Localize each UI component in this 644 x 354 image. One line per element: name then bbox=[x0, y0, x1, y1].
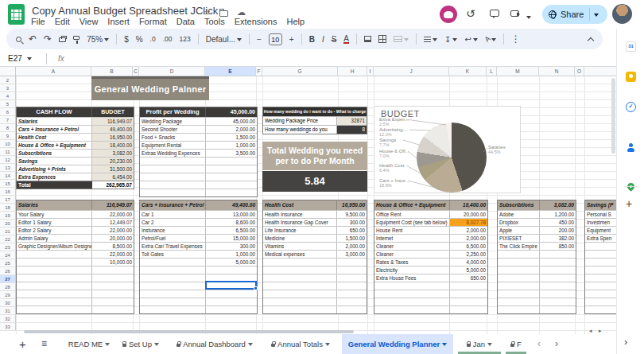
cell[interactable]: House Rent bbox=[374, 227, 450, 234]
tab-menu-caret[interactable] bbox=[487, 343, 492, 348]
cell[interactable] bbox=[540, 290, 576, 298]
cell[interactable]: Electricity bbox=[374, 266, 450, 274]
row-header-13[interactable]: 13 bbox=[0, 164, 16, 172]
cell[interactable]: 49,400.00 bbox=[92, 126, 134, 133]
cell[interactable]: Cars + Insurance + Petrol bbox=[17, 126, 92, 133]
cell[interactable] bbox=[374, 290, 450, 298]
row-header-5[interactable]: 5 bbox=[0, 100, 16, 108]
cell[interactable] bbox=[140, 266, 206, 274]
tab-scroll-right-icon[interactable]: ▸ bbox=[599, 328, 602, 334]
cell[interactable] bbox=[540, 298, 576, 305]
cell[interactable]: 8,027.78 bbox=[450, 219, 487, 226]
cell[interactable] bbox=[92, 298, 134, 305]
tab-annual-totals[interactable]: Annual Totals bbox=[264, 334, 337, 354]
column-header-A[interactable]: A bbox=[16, 67, 91, 76]
row-header-6[interactable]: 6 bbox=[0, 108, 16, 116]
cell[interactable]: 15,000.00 bbox=[206, 235, 257, 242]
row-header-8[interactable]: 8 bbox=[0, 124, 16, 132]
cell[interactable] bbox=[337, 306, 367, 313]
pink-app-icon[interactable] bbox=[440, 6, 457, 23]
cell[interactable]: 2,250.00 bbox=[450, 251, 487, 258]
cell[interactable]: Health Insurance Gap Cover bbox=[263, 219, 337, 226]
menu-help[interactable]: Help bbox=[281, 16, 309, 28]
cell[interactable] bbox=[585, 282, 616, 290]
row-header-18[interactable]: 18 bbox=[0, 204, 16, 212]
search-icon[interactable] bbox=[16, 37, 21, 42]
house-table-header[interactable]: House & Office + Equipment18,400.00 bbox=[374, 200, 487, 210]
cell[interactable] bbox=[337, 266, 367, 274]
cell[interactable]: Editor 2 Salary bbox=[17, 227, 92, 234]
vertical-align-button[interactable]: ↧ bbox=[444, 35, 457, 44]
cell[interactable] bbox=[17, 306, 92, 313]
column-header-I[interactable]: I bbox=[367, 67, 374, 76]
tab-f[interactable]: F bbox=[506, 334, 526, 354]
cell[interactable]: Your Salary bbox=[17, 211, 92, 218]
cell[interactable]: Total bbox=[17, 181, 92, 189]
cell[interactable]: 1,000.00 bbox=[206, 142, 257, 149]
row-header-14[interactable]: 14 bbox=[0, 172, 16, 180]
cell[interactable]: 12,449.07 bbox=[92, 219, 134, 226]
cell[interactable] bbox=[140, 298, 206, 305]
horizontal-scrollbar[interactable] bbox=[24, 330, 354, 333]
row-header-19[interactable]: 19 bbox=[0, 212, 16, 220]
cell[interactable] bbox=[585, 243, 616, 250]
share-button[interactable]: Share bbox=[542, 5, 607, 24]
cell[interactable]: Adobe bbox=[498, 211, 540, 218]
cell[interactable]: Health Cost bbox=[17, 134, 92, 141]
cell[interactable]: Equipment Rental bbox=[140, 142, 206, 149]
cell[interactable] bbox=[585, 266, 616, 274]
cell[interactable] bbox=[540, 266, 576, 274]
tab-menu-caret[interactable] bbox=[105, 343, 110, 348]
cell[interactable]: 3,082.00 bbox=[92, 150, 134, 157]
column-header-N[interactable]: N bbox=[539, 67, 575, 76]
cell[interactable] bbox=[374, 282, 450, 290]
contacts-icon[interactable] bbox=[626, 142, 636, 153]
comments-icon[interactable] bbox=[490, 10, 499, 17]
cell[interactable]: 31,500.00 bbox=[92, 165, 134, 173]
column-header-E[interactable]: E bbox=[205, 67, 256, 76]
cell[interactable] bbox=[140, 165, 206, 173]
cell[interactable]: Graphic Designer/Album Designer bbox=[17, 243, 92, 250]
cell[interactable] bbox=[263, 259, 337, 266]
cell[interactable] bbox=[206, 181, 257, 189]
cell[interactable] bbox=[263, 282, 337, 290]
cell[interactable]: Medical expenses bbox=[263, 251, 337, 258]
cell[interactable] bbox=[585, 259, 616, 266]
cell[interactable]: Editor 1 Salary bbox=[17, 219, 92, 226]
row-header-15[interactable]: 15 bbox=[0, 180, 16, 188]
row-header-28[interactable]: 28 bbox=[0, 283, 16, 291]
cell[interactable] bbox=[206, 165, 257, 173]
cell[interactable]: Cleaner bbox=[374, 251, 450, 258]
cell[interactable]: Extras Wedding Expences bbox=[140, 150, 206, 157]
tabs-nav-right[interactable]: › bbox=[555, 334, 558, 354]
row-header-26[interactable]: 26 bbox=[0, 267, 16, 275]
cell[interactable]: 116,949.07 bbox=[92, 118, 134, 125]
cell[interactable]: PIXIESET bbox=[498, 235, 540, 242]
row-header-16[interactable]: 16 bbox=[0, 188, 16, 196]
text-color-button[interactable]: A bbox=[343, 35, 349, 44]
row-header-25[interactable]: 25 bbox=[0, 259, 16, 267]
paint-format-button[interactable] bbox=[73, 36, 80, 43]
cell[interactable] bbox=[263, 298, 337, 305]
meet-dropdown-caret[interactable] bbox=[526, 16, 531, 21]
cell[interactable] bbox=[498, 266, 540, 274]
cell[interactable]: 5,000.00 bbox=[450, 266, 487, 274]
font-family-select[interactable]: Defaul... bbox=[206, 35, 242, 44]
tab-read-me[interactable]: READ ME bbox=[67, 334, 111, 354]
column-header-H[interactable]: H bbox=[338, 67, 367, 76]
cell[interactable] bbox=[17, 274, 92, 282]
row-header-3[interactable]: 3 bbox=[0, 84, 16, 92]
monthly-value[interactable]: 5.84 bbox=[262, 171, 367, 192]
spreadsheet-grid[interactable]: ABCDEFGHIJKLMNO2345678910111213141516171… bbox=[0, 67, 616, 334]
cell[interactable]: 8 bbox=[337, 126, 367, 134]
document-title[interactable]: Copy Annual Budget Spreadsheet JClick bbox=[32, 5, 218, 17]
decrease-font-size-button[interactable]: − bbox=[257, 35, 262, 44]
tab-menu-caret[interactable] bbox=[325, 343, 330, 348]
cell[interactable] bbox=[140, 173, 206, 181]
savings-table-header[interactable]: Savings (P bbox=[585, 200, 616, 210]
cell[interactable]: 300.00 bbox=[206, 243, 257, 250]
cell[interactable]: Advertising + Prints bbox=[17, 165, 92, 173]
column-header-B[interactable]: B bbox=[91, 67, 133, 76]
tabs-nav-left[interactable]: ‹ bbox=[537, 334, 541, 354]
cell[interactable]: Equipment bbox=[585, 227, 616, 234]
